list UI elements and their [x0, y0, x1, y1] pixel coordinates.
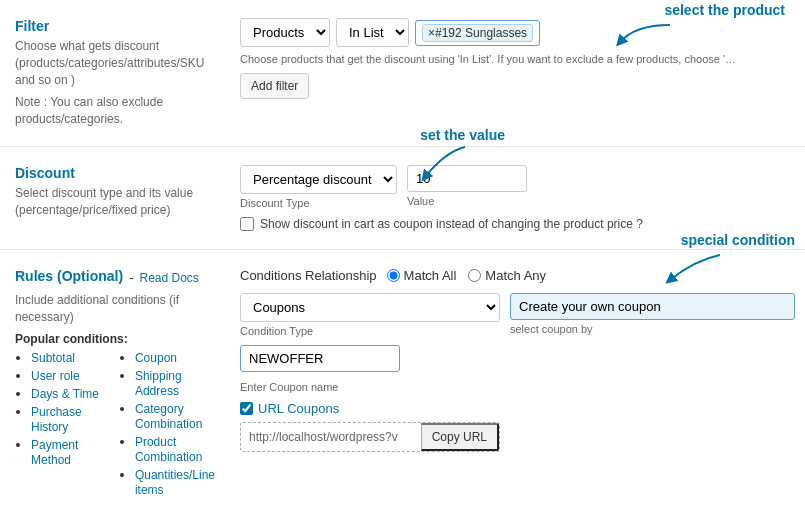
filter-title: Filter — [15, 18, 215, 34]
url-text: http://localhost/wordpress?v — [241, 425, 421, 449]
discount-type-label: Discount Type — [240, 197, 397, 209]
discount-row: Percentage discount Discount Type Value — [240, 165, 795, 209]
url-copy-row: http://localhost/wordpress?v Copy URL — [240, 422, 500, 452]
conditions-list: Subtotal User role Days & Time Purchase … — [15, 350, 215, 500]
filter-inlist-dropdown[interactable]: In List — [336, 18, 409, 47]
product-tag: ×#192 Sunglasses — [422, 24, 533, 42]
filter-row: Products In List ×#192 Sunglasses — [240, 18, 795, 47]
list-item: Coupon — [135, 350, 215, 365]
list-item: Purchase History — [31, 404, 109, 434]
match-all-radio-item: Match All — [387, 268, 457, 283]
condition-type-dropdown[interactable]: Coupons — [240, 293, 500, 322]
rules-right: special condition Conditions Relationshi… — [230, 260, 805, 523]
show-discount-checkbox-row: Show discount in cart as coupon instead … — [240, 217, 795, 231]
filter-desc1: Choose what gets discount — [15, 38, 215, 55]
set-value-annotation: set the value — [420, 127, 505, 143]
popular-label: Popular conditions: — [15, 332, 215, 346]
coupon-select-wrap: select coupon by — [510, 293, 795, 337]
rules-dash: - — [129, 270, 133, 285]
purchasehistory-link[interactable]: Purchase History — [31, 405, 82, 434]
coupon-name-input[interactable] — [240, 345, 400, 372]
rules-section: Rules (Optional) - Read Docs Include add… — [0, 250, 805, 523]
conditions-rel-label: Conditions Relationship — [240, 268, 377, 283]
read-docs-link[interactable]: Read Docs — [139, 271, 198, 285]
list-item: User role — [31, 368, 109, 383]
discount-desc1: Select discount type and its value — [15, 185, 215, 202]
discount-left: Discount Select discount type and its va… — [0, 157, 230, 239]
url-coupons-checkbox[interactable] — [240, 402, 253, 415]
shippingaddress-link[interactable]: Shipping Address — [135, 369, 182, 398]
list-item: Quantities/Line items — [135, 467, 215, 497]
select-product-arrow — [615, 20, 675, 50]
filter-desc2: (products/categories/attributes/SKU and … — [15, 55, 215, 89]
categorycombination-link[interactable]: Category Combination — [135, 402, 202, 431]
filter-products-dropdown[interactable]: Products — [240, 18, 330, 47]
coupon-name-section: Enter Coupon name — [240, 345, 795, 393]
add-filter-button[interactable]: Add filter — [240, 73, 309, 99]
filter-left: Filter Choose what gets discount (produc… — [0, 10, 230, 136]
rules-title: Rules (Optional) — [15, 268, 123, 284]
filter-right: select the product Products In List ×#19… — [230, 10, 805, 136]
special-condition-arrow — [665, 250, 725, 285]
condition-type-label: Condition Type — [240, 325, 500, 337]
conditions-col1: Subtotal User role Days & Time Purchase … — [15, 350, 109, 500]
discount-desc2: (percentage/price/fixed price) — [15, 202, 215, 219]
url-coupons-label: URL Coupons — [258, 401, 339, 416]
enter-coupon-label: Enter Coupon name — [240, 381, 795, 393]
condition-type-wrap: Coupons Condition Type — [240, 293, 500, 337]
discount-type-wrap: Percentage discount Discount Type — [240, 165, 397, 209]
filter-note: Note : You can also exclude products/cat… — [15, 94, 215, 128]
discount-right: Percentage discount Discount Type Value … — [230, 157, 805, 239]
set-value-arrow — [415, 142, 475, 182]
rules-title-row: Rules (Optional) - Read Docs — [15, 268, 215, 288]
condition-row: Coupons Condition Type select coupon by — [240, 293, 795, 337]
match-any-label: Match Any — [485, 268, 546, 283]
tag-input-container[interactable]: ×#192 Sunglasses — [415, 20, 540, 46]
daystime-link[interactable]: Days & Time — [31, 387, 99, 401]
show-discount-checkbox[interactable] — [240, 217, 254, 231]
show-discount-label: Show discount in cart as coupon instead … — [260, 217, 643, 231]
productcombination-link[interactable]: Product Combination — [135, 435, 202, 464]
select-product-annotation: select the product — [664, 2, 785, 18]
match-any-radio-item: Match Any — [468, 268, 546, 283]
filter-section: Filter Choose what gets discount (produc… — [0, 0, 805, 147]
rules-desc: Include additional conditions (if necess… — [15, 292, 215, 326]
subtotal-link[interactable]: Subtotal — [31, 351, 75, 365]
list-item: Days & Time — [31, 386, 109, 401]
value-label: Value — [407, 195, 527, 207]
discount-type-dropdown[interactable]: Percentage discount — [240, 165, 397, 194]
conditions-col2: Coupon Shipping Address Category Combina… — [119, 350, 215, 500]
match-all-label: Match All — [404, 268, 457, 283]
special-condition-annotation: special condition — [681, 232, 795, 248]
match-all-radio[interactable] — [387, 269, 400, 282]
list-item: Payment Method — [31, 437, 109, 467]
list-item: Shipping Address — [135, 368, 215, 398]
radio-group: Match All Match Any — [387, 268, 546, 283]
rules-left: Rules (Optional) - Read Docs Include add… — [0, 260, 230, 523]
userrole-link[interactable]: User role — [31, 369, 80, 383]
filter-hint: Choose products that get the discount us… — [240, 53, 740, 65]
url-coupons-row: URL Coupons — [240, 401, 795, 416]
select-coupon-label: select coupon by — [510, 323, 795, 335]
list-item: Category Combination — [135, 401, 215, 431]
match-any-radio[interactable] — [468, 269, 481, 282]
copy-url-button[interactable]: Copy URL — [421, 423, 499, 451]
quantitieslineitems-link[interactable]: Quantities/Line items — [135, 468, 215, 497]
paymentmethod-link[interactable]: Payment Method — [31, 438, 78, 467]
create-coupon-input[interactable] — [510, 293, 795, 320]
tag-label: ×#192 Sunglasses — [428, 26, 527, 40]
list-item: Product Combination — [135, 434, 215, 464]
list-item: Subtotal — [31, 350, 109, 365]
discount-title: Discount — [15, 165, 215, 181]
coupon-link[interactable]: Coupon — [135, 351, 177, 365]
